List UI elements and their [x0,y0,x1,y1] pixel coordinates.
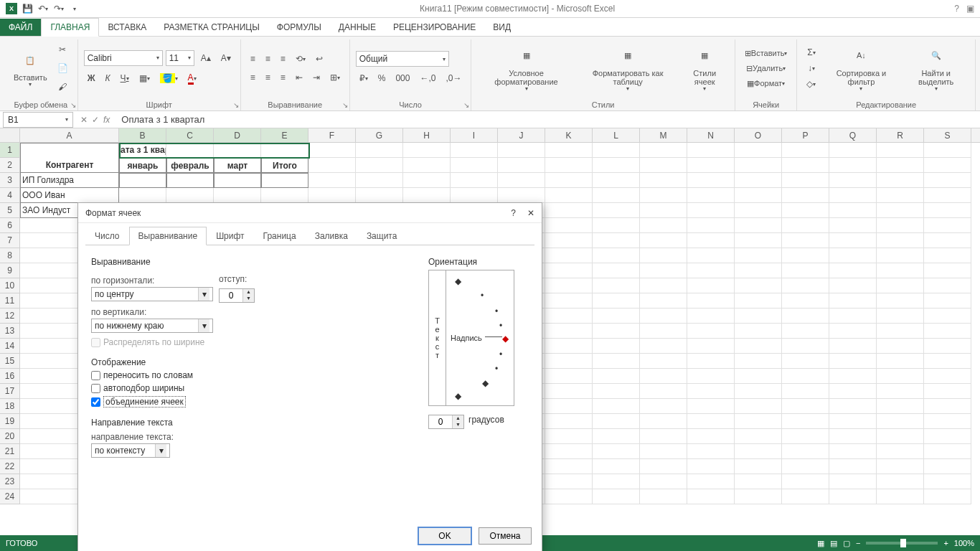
font-size-select[interactable]: 11▾ [166,50,194,66]
deg-down-icon[interactable]: ▼ [453,422,463,428]
cell[interactable] [356,173,403,188]
cell[interactable] [829,233,877,248]
orient-canvas[interactable]: Надпись ◆ ◆ • • • • • ◆ ◆ [446,270,514,405]
cell[interactable] [687,489,735,504]
orientation-icon[interactable]: ⟲▾ [292,52,309,66]
merge-cells-button[interactable]: ⊞▾ [326,70,344,85]
save-icon[interactable]: 💾 [22,3,33,14]
col-header-F[interactable]: F [308,128,356,142]
comma-icon[interactable]: 000 [392,71,413,85]
spin-up-icon[interactable]: ▲ [243,289,254,296]
cell[interactable] [545,474,593,489]
fill-icon[interactable]: ↓▾ [803,61,819,75]
currency-icon[interactable]: ₽▾ [356,71,372,85]
indent-value[interactable] [220,289,242,302]
row-header[interactable]: 22 [0,459,20,474]
cell[interactable] [735,278,782,293]
cell[interactable] [593,324,640,339]
cell[interactable] [924,324,971,339]
cell[interactable] [877,474,924,489]
cell[interactable] [545,263,593,278]
cell[interactable] [829,188,877,203]
cell[interactable] [593,278,640,293]
cell[interactable] [829,339,877,354]
cell[interactable] [924,293,971,309]
cell[interactable] [545,309,593,324]
cell[interactable] [640,339,687,354]
cell[interactable] [640,414,687,429]
tab-review[interactable]: РЕЦЕНЗИРОВАНИЕ [385,19,484,36]
cell[interactable] [782,444,829,459]
cell[interactable] [640,474,687,489]
cell[interactable] [924,384,971,399]
cell[interactable] [166,173,214,188]
shrink-checkbox[interactable] [91,384,100,393]
cell[interactable] [545,203,593,218]
cell[interactable] [640,309,687,324]
cell-styles-button[interactable]: ▦Стили ячеек▾ [681,42,729,95]
row-header[interactable]: 13 [0,324,20,339]
view-layout-icon[interactable]: ▤ [830,539,837,548]
cell[interactable] [829,324,877,339]
indent-spinner[interactable]: ▲▼ [219,288,255,303]
merge-checkbox[interactable] [91,397,100,407]
col-header-O[interactable]: O [735,128,782,142]
dlg-tab-font[interactable]: Шрифт [207,227,253,245]
cell[interactable] [545,324,593,339]
cell[interactable] [498,173,545,188]
cell[interactable] [924,339,971,354]
cell[interactable] [640,324,687,339]
row-header[interactable]: 9 [0,263,20,278]
cell[interactable] [877,354,924,369]
zoom-level[interactable]: 100% [954,539,974,547]
row-header[interactable]: 16 [0,369,20,384]
cell[interactable] [782,278,829,293]
cell[interactable] [924,248,971,263]
cell[interactable] [782,233,829,248]
cell[interactable] [924,369,971,384]
cell[interactable] [829,203,877,218]
cell[interactable] [782,399,829,414]
underline-button[interactable]: Ч▾ [117,71,133,85]
cell[interactable] [829,489,877,504]
orientation-box[interactable]: Текст Надпись ◆ ◆ • • • • • ◆ ◆ [428,270,514,406]
wrap-checkbox[interactable] [91,371,100,380]
cell[interactable] [545,158,593,173]
col-header-N[interactable]: N [687,128,735,142]
cell[interactable] [593,309,640,324]
cell[interactable]: Контрагент [20,158,119,173]
cell[interactable] [877,158,924,173]
sort-filter-button[interactable]: A↓Сортировка и фильтр▾ [822,42,900,95]
cell[interactable] [593,158,640,173]
cell[interactable] [593,444,640,459]
cell[interactable] [451,143,498,158]
cell[interactable] [166,143,214,158]
cell[interactable] [687,173,735,188]
cut-icon[interactable]: ✂ [54,42,72,57]
cell[interactable] [687,143,735,158]
select-all-button[interactable] [0,128,20,142]
cell[interactable]: ата з 1 квартал [119,143,166,158]
cell[interactable] [877,233,924,248]
fx-icon[interactable]: fx [103,115,110,125]
cell[interactable] [166,188,214,203]
cell[interactable] [687,354,735,369]
cell[interactable] [877,384,924,399]
row-header[interactable]: 1 [0,143,20,158]
cell[interactable] [593,399,640,414]
cell[interactable] [545,233,593,248]
cell[interactable] [782,429,829,444]
cell[interactable] [545,188,593,203]
cell[interactable] [829,459,877,474]
cell[interactable] [545,444,593,459]
cell[interactable] [829,414,877,429]
cell[interactable] [877,248,924,263]
cell[interactable] [640,158,687,173]
cell[interactable] [640,173,687,188]
row-header[interactable]: 23 [0,474,20,489]
align-left-icon[interactable]: ≡ [247,70,259,85]
cell[interactable] [640,233,687,248]
cell[interactable] [214,188,261,203]
row-header[interactable]: 5 [0,203,20,218]
cell[interactable] [877,399,924,414]
